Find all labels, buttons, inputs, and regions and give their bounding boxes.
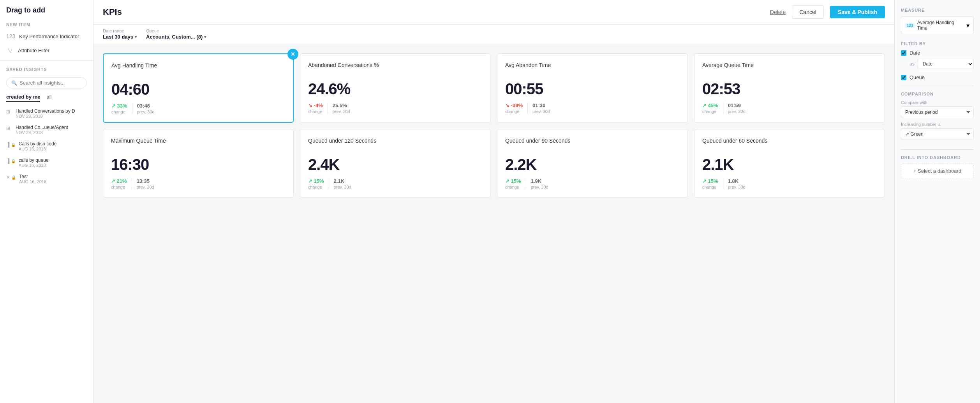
kpi-card-max-queue[interactable]: Maximum Queue Time 16:30 ↗ 21% change 13… [103,129,294,198]
insight-icon-1: ⊞ [6,109,12,115]
insight-name: Handled Conversations by D [16,108,75,114]
increasing-select[interactable]: ↗ Green ↗ Red [901,128,974,140]
kpi-stat-value: 2.1K [334,178,344,184]
insight-name: Handled Co...ueue/Agent [16,125,68,130]
measure-chevron: ▾ [966,22,969,29]
kpi-stat: ↗ 15% change [308,178,329,189]
insights-list: ⊞ Handled Conversations by D NOV 29, 201… [0,105,93,187]
measure-select[interactable]: 123 Average Handling Time ▾ [901,16,974,34]
queue-select[interactable]: Accounts, Custom... (8) ▾ [146,34,206,40]
kpi-stat: 01:59 prev. 30d [728,103,746,114]
kpi-card-queued-60[interactable]: Queued under 60 Seconds 2.1K ↗ 15% chang… [694,129,885,198]
insight-name: Test [19,174,46,179]
kpi-card-title: Queued under 90 Seconds [505,137,680,151]
tab-created-by-me[interactable]: created by me [6,94,40,102]
kpi-card-footer: ↗ 15% change 2.1K prev. 30d [308,178,483,189]
kpi-card-footer: ↗ 33% change 03:46 prev. 30d [111,103,285,114]
kpi-stat-value: 1.9K [531,178,541,184]
right-panel: MEASURE 123 Average Handling Time ▾ FILT… [894,0,980,403]
kpi-card-footer: ↘ -4% change 25.5% prev. 30d [308,103,483,114]
saved-insights-label: SAVED INSIGHTS [0,64,93,74]
list-item[interactable]: ⊞ Handled Conversations by D NOV 29, 201… [0,105,93,122]
search-input[interactable] [19,80,82,86]
kpi-stat: ↗ 45% change [702,103,723,114]
kpi-stat-label: prev. 30d [531,185,548,189]
kpi-stat-label: change [505,185,519,189]
sidebar-title: Drag to add [0,6,93,19]
kpi-card-title: Average Queue Time [702,62,877,76]
kpi-stat: 2.1K prev. 30d [334,178,351,189]
kpi-stat: ↘ -39% change [505,103,528,114]
date-checkbox[interactable] [901,50,906,56]
kpi-stat: ↗ 33% change [111,103,132,114]
main-content: KPIs Delete Cancel Save & Publish Date r… [93,0,894,403]
kpi-stat-value: ↗ 15% [702,178,718,184]
sidebar-item-kpi[interactable]: 123 Key Performance Indicator [0,29,93,43]
kpi-card-avg-queue[interactable]: Average Queue Time 02:53 ↗ 45% change 01… [694,53,885,123]
list-item[interactable]: ▐ 🔒 calls by queue AUG 16, 2018 [0,154,93,171]
kpi-stat-label: change [702,109,716,114]
queue-checkbox[interactable] [901,75,906,80]
compare-with-select[interactable]: Previous period Previous year None [901,106,974,118]
date-range-select[interactable]: Last 30 days ▾ [103,34,137,40]
kpi-stat-value: ↗ 45% [702,103,718,108]
page-title: KPIs [103,7,122,17]
kpi-card-queued-120[interactable]: Queued under 120 Seconds 2.4K ↗ 15% chan… [300,129,491,198]
queue-label: Queue [146,28,206,33]
save-publish-button[interactable]: Save & Publish [830,6,885,18]
kpi-card-title: Avg Abandon Time [505,62,680,76]
kpi-grid: ✕ Avg Handling Time 04:60 ↗ 33% change 0… [103,53,885,198]
delete-button[interactable]: Delete [770,9,786,15]
search-box[interactable]: 🔍 [6,77,87,88]
header-actions: Delete Cancel Save & Publish [770,5,885,19]
sidebar-item-filter-label: Attribute Filter [18,48,49,53]
kpi-stat-label: change [505,109,519,114]
list-item[interactable]: ▐ 🔒 Calls by disp code AUG 16, 2018 [0,138,93,154]
queue-filter-label: Queue [909,74,925,80]
compare-with-label: Compare with [901,100,974,105]
kpi-card-avg-handling[interactable]: ✕ Avg Handling Time 04:60 ↗ 33% change 0… [103,53,294,123]
kpi-card-avg-abandon[interactable]: Avg Abandon Time 00:55 ↘ -39% change 01:… [497,53,688,123]
cancel-button[interactable]: Cancel [792,5,824,19]
kpi-area: ✕ Avg Handling Time 04:60 ↗ 33% change 0… [93,44,894,403]
kpi-stat: 13:35 prev. 30d [137,178,154,189]
kpi-stat: 03:46 prev. 30d [137,103,155,114]
list-item[interactable]: ✕ 🔒 Test AUG 16, 2018 [0,171,93,187]
insight-icon-2: ⊞ [6,125,12,131]
kpi-card-value: 00:55 [505,80,680,98]
date-range-label: Date range [103,28,137,33]
kpi-stat-value: 1.8K [728,178,739,184]
kpi-card-queued-90[interactable]: Queued under 90 Seconds 2.2K ↗ 15% chang… [497,129,688,198]
kpi-card-close-button[interactable]: ✕ [287,49,298,60]
kpi-stat-label: prev. 30d [137,185,154,189]
kpi-card-title: Avg Handling Time [111,62,285,76]
as-label: as [909,61,915,67]
kpi-card-footer: ↗ 15% change 1.9K prev. 30d [505,178,680,189]
kpi-stat: ↗ 15% change [702,178,723,189]
insight-date: AUG 16, 2018 [19,179,46,184]
kpi-stat-label: prev. 30d [137,110,155,114]
sidebar: Drag to add NEW ITEM 123 Key Performance… [0,0,93,403]
kpi-icon: 123 [6,33,15,39]
kpi-stat-value: ↘ -39% [505,103,523,108]
kpi-stat-label: prev. 30d [532,109,550,114]
queue-filter: Queue Accounts, Custom... (8) ▾ [146,28,206,40]
select-dashboard-button[interactable]: + Select a dashboard [901,164,974,178]
kpi-card-abandoned-conv[interactable]: Abandoned Conversations % 24.6% ↘ -4% ch… [300,53,491,123]
kpi-stat-value: 03:46 [137,103,150,109]
kpi-card-value: 2.2K [505,156,680,173]
date-range-value: Last 30 days [103,34,133,40]
kpi-stat: 25.5% prev. 30d [333,103,350,114]
kpi-stat-label: change [308,185,322,189]
kpi-stat-value: ↗ 15% [505,178,521,184]
increasing-label: Increasing number is [901,122,974,127]
sidebar-item-filter[interactable]: ▽ Attribute Filter [0,43,93,57]
kpi-card-footer: ↗ 45% change 01:59 prev. 30d [702,103,877,114]
tab-all[interactable]: all [46,94,51,102]
measure-value: Average Handling Time [917,20,965,31]
panel-divider-1 [901,86,974,86]
list-item[interactable]: ⊞ Handled Co...ueue/Agent NOV 29, 2018 [0,122,93,138]
kpi-stat: 1.8K prev. 30d [728,178,746,189]
date-type-select[interactable]: Date [918,59,974,69]
insight-date: AUG 16, 2018 [19,147,56,151]
